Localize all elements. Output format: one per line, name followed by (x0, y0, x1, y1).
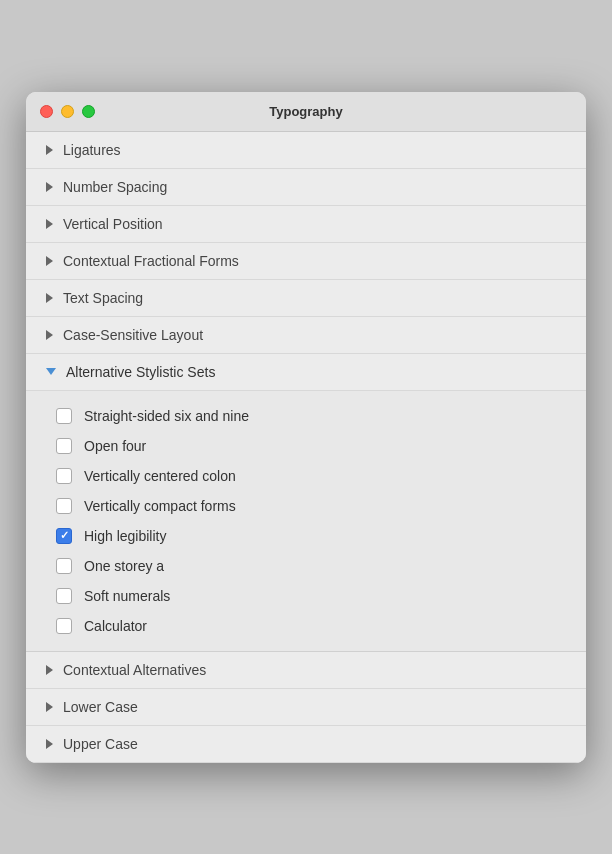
chevron-right-icon (46, 665, 53, 675)
checkbox-one-storey-a[interactable] (56, 558, 72, 574)
chevron-right-icon (46, 293, 53, 303)
section-label-alternative-stylistic-sets: Alternative Stylistic Sets (66, 364, 215, 380)
checkbox-label-vertically-compact-forms: Vertically compact forms (84, 498, 236, 514)
checkbox-calculator[interactable] (56, 618, 72, 634)
checkbox-label-straight-sided: Straight-sided six and nine (84, 408, 249, 424)
checkbox-label-high-legibility: High legibility (84, 528, 166, 544)
checkbox-row-calculator[interactable]: Calculator (26, 611, 586, 641)
section-lower-case[interactable]: Lower Case (26, 689, 586, 726)
checkbox-row-straight-sided[interactable]: Straight-sided six and nine (26, 401, 586, 431)
checkbox-label-one-storey-a: One storey a (84, 558, 164, 574)
section-label-case-sensitive-layout: Case-Sensitive Layout (63, 327, 203, 343)
section-ligatures[interactable]: Ligatures (26, 132, 586, 169)
checkbox-label-vertically-centered-colon: Vertically centered colon (84, 468, 236, 484)
checkbox-open-four[interactable] (56, 438, 72, 454)
window-title: Typography (269, 104, 342, 119)
section-vertical-position[interactable]: Vertical Position (26, 206, 586, 243)
section-label-ligatures: Ligatures (63, 142, 121, 158)
section-upper-case[interactable]: Upper Case (26, 726, 586, 763)
checkbox-label-soft-numerals: Soft numerals (84, 588, 170, 604)
checkbox-straight-sided[interactable] (56, 408, 72, 424)
checkbox-vertically-centered-colon[interactable] (56, 468, 72, 484)
checkbox-row-high-legibility[interactable]: ✓ High legibility (26, 521, 586, 551)
alternative-stylistic-sets-content: Straight-sided six and nine Open four Ve… (26, 391, 586, 652)
checkbox-label-calculator: Calculator (84, 618, 147, 634)
section-alternative-stylistic-sets[interactable]: Alternative Stylistic Sets (26, 354, 586, 391)
chevron-right-icon (46, 182, 53, 192)
typography-window: Typography Ligatures Number Spacing Vert… (26, 92, 586, 763)
chevron-right-icon (46, 702, 53, 712)
checkmark-icon: ✓ (60, 530, 69, 541)
section-text-spacing[interactable]: Text Spacing (26, 280, 586, 317)
section-contextual-fractional-forms[interactable]: Contextual Fractional Forms (26, 243, 586, 280)
maximize-button[interactable] (82, 105, 95, 118)
chevron-right-icon (46, 145, 53, 155)
checkbox-row-vertically-centered-colon[interactable]: Vertically centered colon (26, 461, 586, 491)
section-label-number-spacing: Number Spacing (63, 179, 167, 195)
section-label-contextual-alternatives: Contextual Alternatives (63, 662, 206, 678)
traffic-lights (40, 105, 95, 118)
chevron-right-icon (46, 330, 53, 340)
checkbox-high-legibility[interactable]: ✓ (56, 528, 72, 544)
checkbox-soft-numerals[interactable] (56, 588, 72, 604)
chevron-right-icon (46, 219, 53, 229)
chevron-right-icon (46, 739, 53, 749)
checkbox-label-open-four: Open four (84, 438, 146, 454)
section-label-upper-case: Upper Case (63, 736, 138, 752)
chevron-right-icon (46, 256, 53, 266)
checkbox-row-one-storey-a[interactable]: One storey a (26, 551, 586, 581)
close-button[interactable] (40, 105, 53, 118)
section-label-vertical-position: Vertical Position (63, 216, 163, 232)
checkbox-vertically-compact-forms[interactable] (56, 498, 72, 514)
section-contextual-alternatives[interactable]: Contextual Alternatives (26, 652, 586, 689)
content-area: Ligatures Number Spacing Vertical Positi… (26, 132, 586, 763)
checkbox-row-vertically-compact-forms[interactable]: Vertically compact forms (26, 491, 586, 521)
section-number-spacing[interactable]: Number Spacing (26, 169, 586, 206)
checkbox-row-open-four[interactable]: Open four (26, 431, 586, 461)
chevron-down-icon (46, 368, 56, 375)
section-label-contextual-fractional-forms: Contextual Fractional Forms (63, 253, 239, 269)
section-case-sensitive-layout[interactable]: Case-Sensitive Layout (26, 317, 586, 354)
minimize-button[interactable] (61, 105, 74, 118)
section-label-text-spacing: Text Spacing (63, 290, 143, 306)
checkbox-row-soft-numerals[interactable]: Soft numerals (26, 581, 586, 611)
section-label-lower-case: Lower Case (63, 699, 138, 715)
titlebar: Typography (26, 92, 586, 132)
